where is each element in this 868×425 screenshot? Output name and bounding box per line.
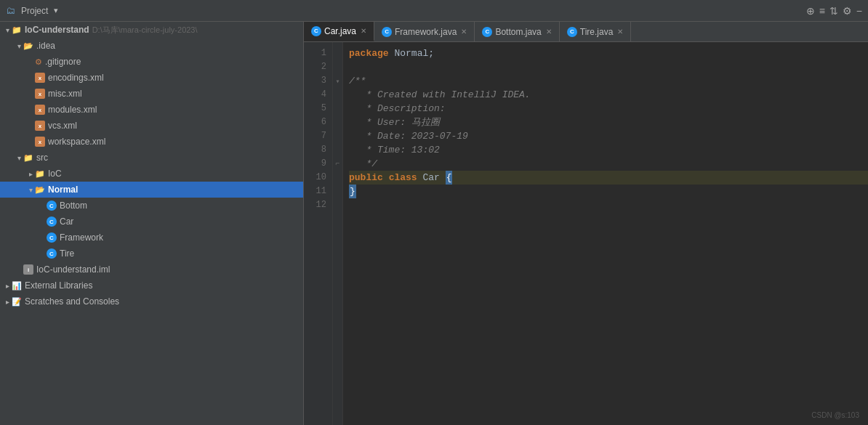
code-line-8: * Time: 13:02 (349, 143, 868, 157)
tab-framework-close[interactable]: ✕ (461, 28, 467, 36)
tab-car[interactable]: C Car.java ✕ (304, 22, 374, 41)
tab-tire-close[interactable]: ✕ (617, 28, 623, 36)
sidebar-item-car[interactable]: ▸ C Car (0, 214, 303, 230)
tire-label: Tire (60, 248, 74, 259)
code-line-9: */ (349, 157, 868, 171)
sidebar-item-framework[interactable]: ▸ C Framework (0, 230, 303, 246)
tab-tire-label: Tire.java (580, 27, 614, 37)
tab-tire[interactable]: C Tire.java ✕ (560, 22, 632, 41)
encodings-label: encodings.xml (48, 73, 104, 83)
sidebar-item-tire[interactable]: ▸ C Tire (0, 246, 303, 262)
bottom-label: Bottom (60, 201, 87, 211)
normal-label: Normal (48, 185, 78, 195)
sidebar-item-vcs[interactable]: ▸ x vcs.xml (0, 118, 303, 134)
code-line-11: } (349, 185, 868, 198)
class-icon-bottom: C (47, 201, 57, 211)
sort-icon[interactable]: ⇅ (829, 5, 838, 17)
src-label: src (36, 153, 48, 163)
class-icon-car: C (47, 216, 57, 227)
idea-folder-icon: 📂 (23, 41, 33, 51)
sidebar-item-idea[interactable]: ▾ 📂 .idea (0, 38, 303, 54)
scratches-icon: 📝 (12, 297, 22, 307)
main-container: ▾ 📁 IoC-understand D:\马库\mara-circle-jul… (0, 22, 868, 425)
sidebar-item-ioc[interactable]: ▸ 📁 IoC (0, 166, 303, 182)
expand-arrow: ▾ (3, 26, 12, 34)
code-line-1: package Normal; (349, 46, 868, 60)
keyword-package: package (349, 46, 389, 60)
editor-area: C Car.java ✕ C Framework.java ✕ C Bottom… (304, 22, 868, 425)
fold-marker-3[interactable]: ▾ (333, 74, 342, 88)
code-editor[interactable]: 1 2 3 4 5 6 7 8 9 10 11 12 ▾ (304, 42, 868, 425)
sidebar-item-encodings[interactable]: ▸ x encodings.xml (0, 70, 303, 86)
list-icon[interactable]: ≡ (819, 5, 825, 17)
iml-label: IoC-understand.iml (36, 264, 110, 275)
sidebar-item-workspace[interactable]: ▸ x workspace.xml (0, 134, 303, 150)
open-brace: { (446, 171, 453, 185)
toolbar: 🗂 Project ▾ ⊕ ≡ ⇅ ⚙ − (0, 0, 868, 22)
code-content[interactable]: package Normal; /** * Created with Intel… (343, 42, 868, 425)
code-line-10: public class Car { (349, 171, 868, 185)
modules-label: modules.xml (48, 105, 97, 115)
class-icon-framework: C (47, 232, 57, 243)
root-label: IoC-understand (25, 25, 89, 35)
line-numbers: 1 2 3 4 5 6 7 8 9 10 11 12 (304, 42, 333, 425)
settings-icon[interactable]: ⚙ (843, 5, 852, 17)
fold-end-marker: ⌐ (333, 157, 342, 171)
sidebar: ▾ 📁 IoC-understand D:\马库\mara-circle-jul… (0, 22, 304, 425)
src-arrow: ▾ (15, 154, 23, 162)
tab-bottom[interactable]: C Bottom.java ✕ (475, 22, 559, 41)
tab-framework-class-icon: C (382, 27, 392, 37)
sidebar-item-src[interactable]: ▾ 📁 src (0, 150, 303, 166)
sidebar-item-modules[interactable]: ▸ x modules.xml (0, 102, 303, 118)
git-file-icon: ⚙ (35, 57, 42, 67)
tab-bottom-class-icon: C (482, 27, 492, 37)
comment-line-4: * Created with IntelliJ IDEA. (349, 88, 531, 102)
code-line-7: * Date: 2023-07-19 (349, 129, 868, 143)
tab-car-close[interactable]: ✕ (361, 27, 366, 35)
code-line-5: * Description: (349, 102, 868, 116)
xml-icon-workspace: x (35, 137, 45, 147)
sidebar-item-root[interactable]: ▾ 📁 IoC-understand D:\马库\mara-circle-jul… (0, 22, 303, 38)
xml-icon-modules: x (35, 105, 45, 115)
sidebar-item-bottom[interactable]: ▸ C Bottom (0, 198, 303, 214)
fold-gutter: ▾ ⌐ (333, 42, 343, 425)
tab-bottom-label: Bottom.java (495, 27, 541, 37)
minimize-icon[interactable]: − (856, 5, 862, 17)
code-line-3: /** (349, 74, 868, 88)
sidebar-item-gitignore[interactable]: ▸ ⚙ .gitignore (0, 54, 303, 70)
project-dropdown-arrow[interactable]: ▾ (54, 6, 58, 15)
tab-car-label: Car.java (324, 26, 356, 36)
sidebar-item-scratches[interactable]: ▸ 📝 Scratches and Consoles (0, 294, 303, 309)
scratches-arrow: ▸ (3, 298, 12, 306)
package-name: Normal (394, 46, 428, 60)
sidebar-item-iml[interactable]: ▸ i IoC-understand.iml (0, 262, 303, 278)
watermark: CSDN @s:103 (811, 411, 859, 419)
comment-line-3: /** (349, 74, 366, 88)
xml-icon-misc: x (35, 89, 45, 99)
ioc-label: IoC (48, 169, 62, 179)
project-label[interactable]: Project (21, 6, 48, 16)
tab-framework[interactable]: C Framework.java ✕ (374, 22, 475, 41)
semicolon: ; (428, 46, 434, 60)
class-name: Car (422, 171, 439, 185)
code-line-6: * User: 马拉圈 (349, 116, 868, 129)
sidebar-item-ext-libs[interactable]: ▸ 📊 External Libraries (0, 278, 303, 294)
sidebar-item-normal[interactable]: ▾ 📂 Normal (0, 182, 303, 198)
editor-tabs: C Car.java ✕ C Framework.java ✕ C Bottom… (304, 22, 868, 42)
iml-icon: i (23, 264, 33, 275)
idea-arrow: ▾ (15, 42, 23, 50)
tab-bottom-close[interactable]: ✕ (546, 28, 552, 36)
workspace-label: workspace.xml (48, 137, 105, 147)
close-brace: } (349, 185, 356, 198)
framework-label: Framework (60, 232, 103, 243)
code-line-12 (349, 198, 868, 212)
extlib-arrow: ▸ (3, 282, 12, 290)
tab-car-class-icon: C (311, 26, 321, 36)
scratches-label: Scratches and Consoles (25, 296, 119, 307)
folder-icon: 📁 (12, 25, 22, 35)
globe-icon[interactable]: ⊕ (806, 5, 815, 17)
comment-line-7: * Date: 2023-07-19 (349, 129, 468, 143)
sidebar-item-misc[interactable]: ▸ x misc.xml (0, 86, 303, 102)
ext-libs-label: External Libraries (25, 280, 92, 291)
gitignore-label: .gitignore (45, 57, 81, 67)
